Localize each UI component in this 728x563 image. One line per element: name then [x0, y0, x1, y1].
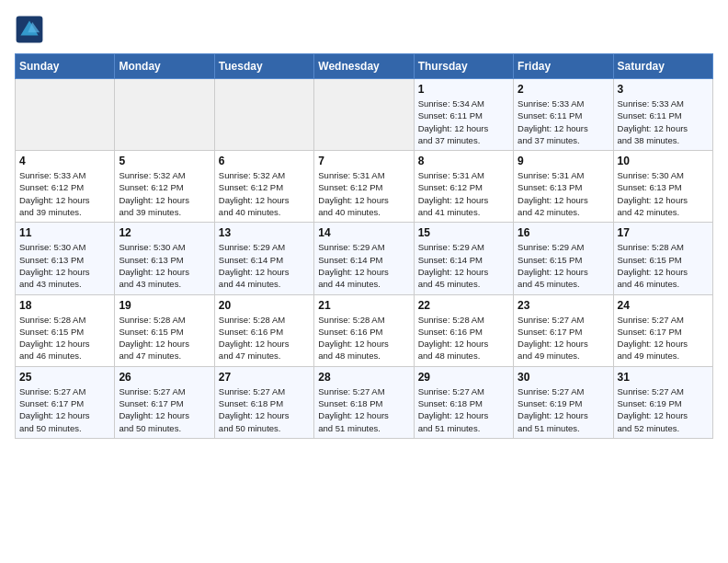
- calendar-cell: 23Sunrise: 5:27 AM Sunset: 6:17 PM Dayli…: [514, 294, 613, 366]
- day-info: Sunrise: 5:27 AM Sunset: 6:17 PM Dayligh…: [618, 314, 709, 362]
- weekday-header-thursday: Thursday: [414, 54, 513, 79]
- day-number: 3: [618, 83, 709, 96]
- day-info: Sunrise: 5:27 AM Sunset: 6:18 PM Dayligh…: [318, 385, 409, 434]
- day-number: 26: [119, 371, 210, 384]
- day-info: Sunrise: 5:28 AM Sunset: 6:16 PM Dayligh…: [318, 314, 409, 362]
- calendar-cell: 6Sunrise: 5:32 AM Sunset: 6:12 PM Daylig…: [214, 151, 313, 223]
- weekday-header-saturday: Saturday: [613, 54, 712, 79]
- day-info: Sunrise: 5:33 AM Sunset: 6:12 PM Dayligh…: [19, 169, 110, 218]
- calendar-cell: 31Sunrise: 5:27 AM Sunset: 6:19 PM Dayli…: [613, 366, 712, 438]
- day-number: 8: [418, 155, 509, 167]
- day-number: 29: [418, 371, 509, 384]
- day-info: Sunrise: 5:34 AM Sunset: 6:11 PM Dayligh…: [418, 98, 509, 146]
- day-number: 20: [219, 299, 310, 312]
- day-info: Sunrise: 5:31 AM Sunset: 6:12 PM Dayligh…: [418, 169, 509, 218]
- calendar-cell: 8Sunrise: 5:31 AM Sunset: 6:12 PM Daylig…: [414, 151, 513, 223]
- day-info: Sunrise: 5:28 AM Sunset: 6:15 PM Dayligh…: [119, 314, 210, 362]
- day-number: 5: [119, 155, 210, 167]
- day-number: 30: [518, 371, 609, 384]
- day-number: 25: [19, 371, 110, 384]
- calendar-cell: 22Sunrise: 5:28 AM Sunset: 6:16 PM Dayli…: [414, 294, 513, 366]
- calendar-cell: 11Sunrise: 5:30 AM Sunset: 6:13 PM Dayli…: [16, 223, 115, 294]
- calendar-cell: [16, 79, 115, 151]
- day-info: Sunrise: 5:27 AM Sunset: 6:17 PM Dayligh…: [119, 385, 210, 434]
- day-number: 4: [19, 155, 110, 167]
- calendar-week-3: 11Sunrise: 5:30 AM Sunset: 6:13 PM Dayli…: [16, 223, 713, 294]
- day-info: Sunrise: 5:27 AM Sunset: 6:17 PM Dayligh…: [19, 385, 110, 434]
- calendar-cell: 10Sunrise: 5:30 AM Sunset: 6:13 PM Dayli…: [613, 151, 712, 223]
- calendar-week-1: 1Sunrise: 5:34 AM Sunset: 6:11 PM Daylig…: [16, 79, 713, 151]
- calendar-cell: 13Sunrise: 5:29 AM Sunset: 6:14 PM Dayli…: [214, 223, 313, 294]
- day-info: Sunrise: 5:30 AM Sunset: 6:13 PM Dayligh…: [119, 241, 210, 290]
- calendar-cell: 28Sunrise: 5:27 AM Sunset: 6:18 PM Dayli…: [314, 366, 414, 438]
- calendar-cell: 25Sunrise: 5:27 AM Sunset: 6:17 PM Dayli…: [16, 366, 115, 438]
- day-info: Sunrise: 5:32 AM Sunset: 6:12 PM Dayligh…: [119, 169, 210, 218]
- day-info: Sunrise: 5:32 AM Sunset: 6:12 PM Dayligh…: [219, 169, 310, 218]
- day-number: 12: [119, 226, 210, 239]
- calendar-cell: 30Sunrise: 5:27 AM Sunset: 6:19 PM Dayli…: [514, 366, 613, 438]
- day-info: Sunrise: 5:29 AM Sunset: 6:15 PM Dayligh…: [518, 241, 609, 290]
- calendar-cell: 16Sunrise: 5:29 AM Sunset: 6:15 PM Dayli…: [514, 223, 613, 294]
- day-number: 10: [618, 155, 709, 167]
- calendar-body: 1Sunrise: 5:34 AM Sunset: 6:11 PM Daylig…: [16, 79, 713, 439]
- calendar-week-4: 18Sunrise: 5:28 AM Sunset: 6:15 PM Dayli…: [16, 294, 713, 366]
- day-number: 31: [618, 371, 709, 384]
- day-info: Sunrise: 5:29 AM Sunset: 6:14 PM Dayligh…: [219, 241, 310, 290]
- day-info: Sunrise: 5:27 AM Sunset: 6:18 PM Dayligh…: [219, 385, 310, 434]
- day-number: 16: [518, 226, 609, 239]
- day-number: 23: [518, 299, 609, 312]
- day-info: Sunrise: 5:27 AM Sunset: 6:19 PM Dayligh…: [518, 385, 609, 434]
- calendar-week-5: 25Sunrise: 5:27 AM Sunset: 6:17 PM Dayli…: [16, 366, 713, 438]
- day-info: Sunrise: 5:33 AM Sunset: 6:11 PM Dayligh…: [618, 98, 709, 146]
- calendar-table: SundayMondayTuesdayWednesdayThursdayFrid…: [15, 53, 713, 439]
- calendar-cell: 26Sunrise: 5:27 AM Sunset: 6:17 PM Dayli…: [115, 366, 214, 438]
- calendar-cell: 14Sunrise: 5:29 AM Sunset: 6:14 PM Dayli…: [314, 223, 414, 294]
- day-info: Sunrise: 5:28 AM Sunset: 6:15 PM Dayligh…: [618, 241, 709, 290]
- logo: [15, 15, 48, 44]
- calendar-cell: 19Sunrise: 5:28 AM Sunset: 6:15 PM Dayli…: [115, 294, 214, 366]
- calendar-cell: 12Sunrise: 5:30 AM Sunset: 6:13 PM Dayli…: [115, 223, 214, 294]
- calendar-cell: 5Sunrise: 5:32 AM Sunset: 6:12 PM Daylig…: [115, 151, 214, 223]
- day-number: 17: [618, 226, 709, 239]
- day-info: Sunrise: 5:27 AM Sunset: 6:19 PM Dayligh…: [618, 385, 709, 434]
- day-number: 22: [418, 299, 509, 312]
- day-info: Sunrise: 5:28 AM Sunset: 6:16 PM Dayligh…: [418, 314, 509, 362]
- weekday-header-tuesday: Tuesday: [214, 54, 313, 79]
- day-info: Sunrise: 5:28 AM Sunset: 6:15 PM Dayligh…: [19, 314, 110, 362]
- calendar-cell: 9Sunrise: 5:31 AM Sunset: 6:13 PM Daylig…: [514, 151, 613, 223]
- calendar-cell: 24Sunrise: 5:27 AM Sunset: 6:17 PM Dayli…: [613, 294, 712, 366]
- calendar-header: SundayMondayTuesdayWednesdayThursdayFrid…: [16, 54, 713, 79]
- day-info: Sunrise: 5:27 AM Sunset: 6:18 PM Dayligh…: [418, 385, 509, 434]
- day-number: 9: [518, 155, 609, 167]
- day-info: Sunrise: 5:33 AM Sunset: 6:11 PM Dayligh…: [518, 98, 609, 146]
- day-info: Sunrise: 5:31 AM Sunset: 6:13 PM Dayligh…: [518, 169, 609, 218]
- day-number: 7: [318, 155, 409, 167]
- weekday-header-row: SundayMondayTuesdayWednesdayThursdayFrid…: [16, 54, 713, 79]
- day-info: Sunrise: 5:29 AM Sunset: 6:14 PM Dayligh…: [318, 241, 409, 290]
- calendar-cell: 15Sunrise: 5:29 AM Sunset: 6:14 PM Dayli…: [414, 223, 513, 294]
- weekday-header-friday: Friday: [514, 54, 613, 79]
- day-info: Sunrise: 5:28 AM Sunset: 6:16 PM Dayligh…: [219, 314, 310, 362]
- day-number: 13: [219, 226, 310, 239]
- day-info: Sunrise: 5:31 AM Sunset: 6:12 PM Dayligh…: [318, 169, 409, 218]
- calendar-week-2: 4Sunrise: 5:33 AM Sunset: 6:12 PM Daylig…: [16, 151, 713, 223]
- calendar-cell: 3Sunrise: 5:33 AM Sunset: 6:11 PM Daylig…: [613, 79, 712, 151]
- calendar-cell: 21Sunrise: 5:28 AM Sunset: 6:16 PM Dayli…: [314, 294, 414, 366]
- header: [15, 15, 713, 44]
- logo-icon: [15, 15, 44, 44]
- calendar-cell: [115, 79, 214, 151]
- calendar-cell: 4Sunrise: 5:33 AM Sunset: 6:12 PM Daylig…: [16, 151, 115, 223]
- day-number: 11: [19, 226, 110, 239]
- day-number: 14: [318, 226, 409, 239]
- day-number: 15: [418, 226, 509, 239]
- weekday-header-monday: Monday: [115, 54, 214, 79]
- calendar-cell: 20Sunrise: 5:28 AM Sunset: 6:16 PM Dayli…: [214, 294, 313, 366]
- calendar-cell: 29Sunrise: 5:27 AM Sunset: 6:18 PM Dayli…: [414, 366, 513, 438]
- day-info: Sunrise: 5:27 AM Sunset: 6:17 PM Dayligh…: [518, 314, 609, 362]
- calendar-cell: [214, 79, 313, 151]
- day-number: 6: [219, 155, 310, 167]
- calendar-cell: 7Sunrise: 5:31 AM Sunset: 6:12 PM Daylig…: [314, 151, 414, 223]
- day-info: Sunrise: 5:29 AM Sunset: 6:14 PM Dayligh…: [418, 241, 509, 290]
- day-number: 28: [318, 371, 409, 384]
- calendar-cell: [314, 79, 414, 151]
